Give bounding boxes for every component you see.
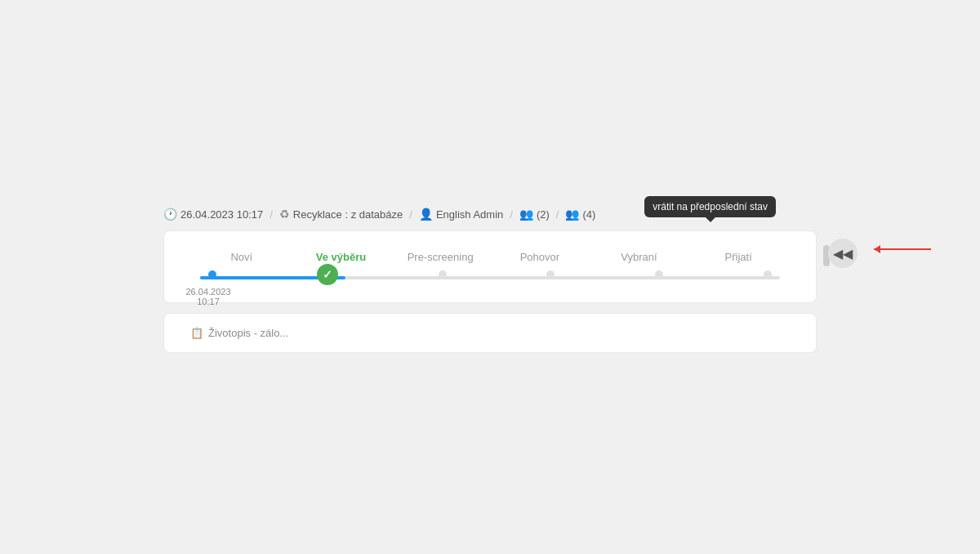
progress-track: 26.04.202310:17 <box>200 276 780 279</box>
sep2: / <box>409 208 412 221</box>
recycle-icon <box>279 208 290 221</box>
sep3: / <box>510 208 513 221</box>
partial-card: 📋 Životopis - zálo... <box>163 313 817 353</box>
group1-icon <box>519 208 533 221</box>
stage-ve-vyberu: Ve výběru <box>292 251 391 263</box>
dot-vybrani[interactable] <box>655 270 663 279</box>
stages-row: Noví Ve výběru Pre-screening Pohovor Vyb… <box>190 251 790 263</box>
main-container: 26.04.2023 10:17 / Recyklace : z databáz… <box>163 201 817 353</box>
group2-text: (4) <box>582 208 595 221</box>
dot-0-wrapper: 26.04.202310:17 <box>208 270 216 285</box>
card-wrapper: vrátit na předposlední stav ◀◀ Noví <box>163 230 817 303</box>
clock-icon <box>163 208 177 221</box>
back-icon: ◀◀ <box>833 246 853 261</box>
stage-card: Noví Ve výběru Pre-screening Pohovor Vyb… <box>163 230 817 303</box>
page-wrapper: 26.04.2023 10:17 / Recyklace : z databáz… <box>0 0 980 554</box>
group2-item: (4) <box>565 208 595 221</box>
recycle-item: Recyklace : z databáze <box>279 208 403 221</box>
group1-text: (2) <box>537 208 550 221</box>
tooltip-area: vrátit na předposlední stav <box>644 196 776 217</box>
dot-ve-vyberu[interactable] <box>317 264 338 285</box>
tooltip-bubble: vrátit na předposlední stav <box>644 196 776 217</box>
arrow-shaft <box>874 248 931 250</box>
datetime-item: 26.04.2023 10:17 <box>163 208 263 221</box>
datetime-text: 26.04.2023 10:17 <box>180 208 263 221</box>
user-text: English Admin <box>436 208 503 221</box>
sep4: / <box>556 208 559 221</box>
user-icon <box>419 208 433 221</box>
group2-icon <box>565 208 579 221</box>
dot-novi[interactable] <box>208 270 216 279</box>
dot-pre-screening[interactable] <box>439 270 447 279</box>
dot-prijati[interactable] <box>764 270 772 279</box>
progress-container: 26.04.202310:17 <box>190 276 790 279</box>
stage-pre-screening: Pre-screening <box>390 251 490 263</box>
tooltip-text: vrátit na předposlední stav <box>653 201 768 212</box>
dot-pohovor[interactable] <box>546 270 555 279</box>
dots-row: 26.04.202310:17 <box>208 270 772 285</box>
arrowhead <box>874 245 880 253</box>
user-item: English Admin <box>419 208 503 221</box>
stage-pohovor: Pohovor <box>490 251 590 263</box>
partial-card-icon: 📋 <box>190 327 203 339</box>
sep1: / <box>270 208 273 221</box>
group1-item: (2) <box>519 208 550 221</box>
scrollbar-track[interactable] <box>823 230 830 303</box>
stage-novi: Noví <box>192 251 292 263</box>
stage-vybrani: Vybraní <box>590 251 689 263</box>
timestamp: 26.04.202310:17 <box>185 287 230 306</box>
partial-card-text: Životopis - zálo... <box>208 327 288 339</box>
back-button[interactable]: ◀◀ <box>828 239 858 268</box>
recycle-text: Recyklace : z databáze <box>293 208 403 221</box>
stage-prijati: Přijatí <box>688 251 788 263</box>
arrow-annotation <box>874 248 931 250</box>
